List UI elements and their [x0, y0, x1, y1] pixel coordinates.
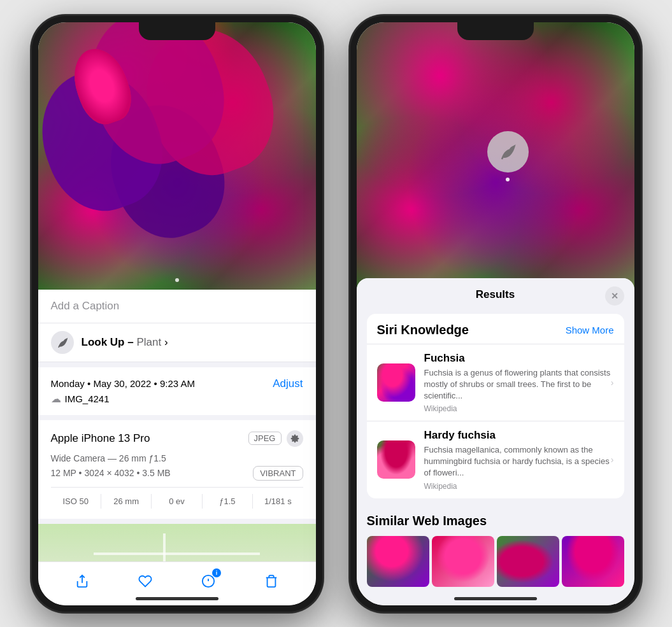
similar-image-4[interactable] [562, 536, 624, 587]
filename-row: ☁ IMG_4241 [51, 393, 303, 405]
exif-shutter: 1/181 s [253, 494, 303, 509]
right-screen: Results ✕ Siri Knowledge Show More [357, 22, 634, 605]
info-badge: i [212, 568, 221, 577]
exif-row: ISO 50 26 mm 0 ev ƒ1.5 1/181 s [51, 487, 303, 509]
cloud-icon: ☁ [51, 393, 61, 405]
exif-focal: 26 mm [101, 494, 152, 509]
home-indicator-right [454, 597, 537, 600]
right-phone: Results ✕ Siri Knowledge Show More [349, 15, 642, 613]
camera-row: Apple iPhone 13 Pro JPEG [51, 430, 303, 447]
photo-area-right[interactable] [357, 22, 634, 290]
left-screen: Add a Caption Look Up – Plant › [38, 22, 316, 605]
siri-knowledge-section: Siri Knowledge Show More Fuchsia Fuchsia… [367, 314, 624, 498]
caption-area[interactable]: Add a Caption [38, 290, 316, 323]
similar-images-grid [367, 536, 624, 587]
camera-name: Apple iPhone 13 Pro [51, 432, 150, 445]
similar-image-2[interactable] [432, 536, 494, 587]
knowledge-card-hardy[interactable]: Hardy fuchsia Fuchsia magellanica, commo… [367, 421, 624, 498]
date-row: Monday • May 30, 2022 • 9:23 AM Adjust [51, 377, 303, 390]
map-road-vertical [163, 533, 166, 561]
lookup-row[interactable]: Look Up – Plant › [38, 323, 316, 362]
lookup-circle [487, 131, 529, 173]
resolution-row: 12 MP • 3024 × 4032 • 3.5 MB VIBRANT [51, 466, 303, 481]
info-section: Add a Caption Look Up – Plant › [38, 290, 316, 561]
close-button[interactable]: ✕ [605, 286, 624, 306]
flower-photo [38, 22, 316, 290]
page-dot [175, 278, 179, 282]
results-panel: Results ✕ Siri Knowledge Show More [357, 278, 634, 605]
notch-right [457, 22, 534, 40]
jpeg-badge: JPEG [248, 432, 282, 445]
settings-icon[interactable] [287, 430, 303, 447]
knowledge-card-fuchsia[interactable]: Fuchsia Fuchsia is a genus of flowering … [367, 344, 624, 421]
date-text: Monday • May 30, 2022 • 9:23 AM [51, 378, 195, 389]
resolution-text: 12 MP • 3024 × 4032 • 3.5 MB [51, 468, 171, 478]
hardy-name: Hardy fuchsia [424, 429, 614, 442]
map-road-horizontal [94, 553, 261, 555]
fuchsia-description: Fuchsia is a genus of flowering plants t… [424, 367, 614, 402]
section-header: Siri Knowledge Show More [367, 314, 624, 344]
date-info-section: Monday • May 30, 2022 • 9:23 AM Adjust ☁… [38, 367, 316, 415]
leaf-icon-right [498, 142, 517, 161]
exif-iso: ISO 50 [51, 494, 101, 509]
lookup-label: Look Up – Plant › [82, 336, 303, 349]
show-more-button[interactable]: Show More [566, 325, 614, 335]
lookup-icon [51, 331, 74, 354]
hardy-source: Wikipedia [424, 482, 614, 491]
fuchsia-thumbnail [377, 363, 415, 402]
camera-detail: Wide Camera — 26 mm ƒ1.5 [51, 453, 303, 463]
similar-image-1[interactable] [367, 536, 429, 587]
map-background [38, 524, 316, 561]
similar-title: Similar Web Images [367, 514, 624, 528]
left-phone: Add a Caption Look Up – Plant › [31, 15, 324, 613]
caption-placeholder[interactable]: Add a Caption [51, 300, 120, 312]
fuchsia-name: Fuchsia [424, 352, 614, 365]
leaf-icon [56, 336, 69, 349]
hardy-chevron: › [611, 454, 614, 465]
vibrant-badge: VIBRANT [253, 466, 303, 481]
favorite-button[interactable] [134, 570, 157, 593]
camera-badges: JPEG [248, 430, 303, 447]
hardy-description: Fuchsia magellanica, commonly known as t… [424, 444, 614, 479]
map-section[interactable] [38, 524, 316, 561]
siri-knowledge-title: Siri Knowledge [377, 323, 469, 337]
results-title: Results [476, 288, 515, 301]
hardy-thumbnail [377, 440, 415, 479]
hardy-info: Hardy fuchsia Fuchsia magellanica, commo… [424, 429, 614, 491]
fuchsia-source: Wikipedia [424, 404, 614, 413]
filename: IMG_4241 [65, 393, 110, 404]
camera-section: Apple iPhone 13 Pro JPEG Wide Camera [38, 420, 316, 519]
lookup-dot [506, 178, 510, 181]
similar-image-3[interactable] [497, 536, 559, 587]
exif-ev: 0 ev [152, 494, 202, 509]
delete-button[interactable] [260, 570, 283, 593]
lookup-bold: Look Up – [82, 336, 134, 348]
home-indicator [136, 597, 218, 600]
photo-area[interactable] [38, 22, 316, 290]
fuchsia-info: Fuchsia Fuchsia is a genus of flowering … [424, 352, 614, 414]
notch [139, 22, 215, 40]
info-button[interactable]: i [197, 570, 220, 593]
lookup-subject: Plant [134, 336, 161, 348]
similar-section: Similar Web Images [357, 504, 634, 597]
adjust-button[interactable]: Adjust [273, 377, 303, 390]
results-header: Results ✕ [357, 278, 634, 309]
exif-aperture: ƒ1.5 [203, 494, 253, 509]
fuchsia-chevron: › [611, 377, 614, 388]
share-button[interactable] [71, 570, 94, 593]
